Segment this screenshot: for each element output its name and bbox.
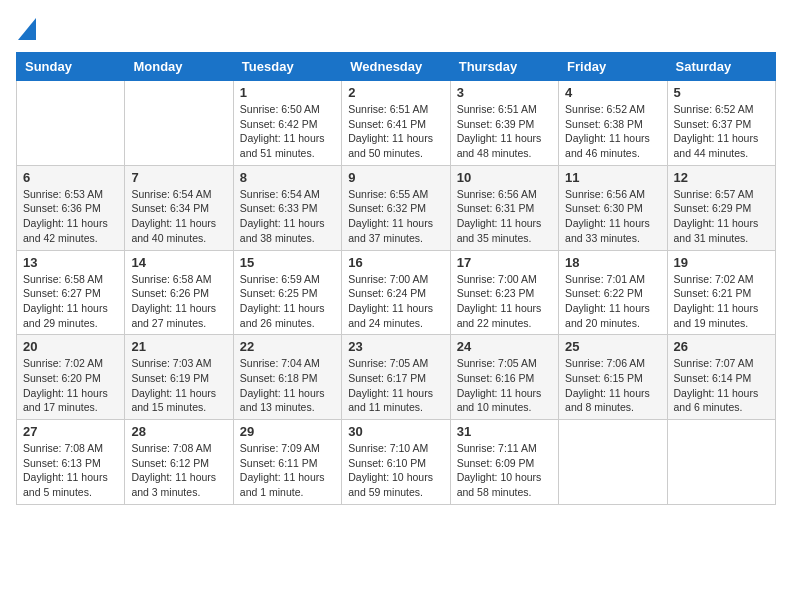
day-number: 16 <box>348 255 443 270</box>
day-info: Sunrise: 6:55 AMSunset: 6:32 PMDaylight:… <box>348 187 443 246</box>
day-info: Sunrise: 6:51 AMSunset: 6:39 PMDaylight:… <box>457 102 552 161</box>
day-number: 17 <box>457 255 552 270</box>
calendar-cell <box>125 81 233 166</box>
calendar-cell: 11 Sunrise: 6:56 AMSunset: 6:30 PMDaylig… <box>559 165 667 250</box>
day-info: Sunrise: 6:57 AMSunset: 6:29 PMDaylight:… <box>674 187 769 246</box>
svg-marker-0 <box>18 18 36 40</box>
calendar-cell: 26 Sunrise: 7:07 AMSunset: 6:14 PMDaylig… <box>667 335 775 420</box>
day-info: Sunrise: 6:56 AMSunset: 6:30 PMDaylight:… <box>565 187 660 246</box>
day-info: Sunrise: 7:07 AMSunset: 6:14 PMDaylight:… <box>674 356 769 415</box>
calendar-header-cell: Tuesday <box>233 53 341 81</box>
calendar-cell: 10 Sunrise: 6:56 AMSunset: 6:31 PMDaylig… <box>450 165 558 250</box>
day-info: Sunrise: 7:11 AMSunset: 6:09 PMDaylight:… <box>457 441 552 500</box>
day-info: Sunrise: 7:02 AMSunset: 6:20 PMDaylight:… <box>23 356 118 415</box>
day-info: Sunrise: 6:50 AMSunset: 6:42 PMDaylight:… <box>240 102 335 161</box>
day-number: 19 <box>674 255 769 270</box>
day-info: Sunrise: 6:54 AMSunset: 6:33 PMDaylight:… <box>240 187 335 246</box>
day-number: 23 <box>348 339 443 354</box>
day-number: 12 <box>674 170 769 185</box>
calendar-week-row: 27 Sunrise: 7:08 AMSunset: 6:13 PMDaylig… <box>17 420 776 505</box>
calendar-cell: 30 Sunrise: 7:10 AMSunset: 6:10 PMDaylig… <box>342 420 450 505</box>
calendar-cell: 17 Sunrise: 7:00 AMSunset: 6:23 PMDaylig… <box>450 250 558 335</box>
calendar-cell: 6 Sunrise: 6:53 AMSunset: 6:36 PMDayligh… <box>17 165 125 250</box>
calendar-cell: 1 Sunrise: 6:50 AMSunset: 6:42 PMDayligh… <box>233 81 341 166</box>
day-number: 11 <box>565 170 660 185</box>
calendar-cell: 14 Sunrise: 6:58 AMSunset: 6:26 PMDaylig… <box>125 250 233 335</box>
day-number: 2 <box>348 85 443 100</box>
calendar-week-row: 13 Sunrise: 6:58 AMSunset: 6:27 PMDaylig… <box>17 250 776 335</box>
day-number: 13 <box>23 255 118 270</box>
day-number: 26 <box>674 339 769 354</box>
calendar-cell <box>17 81 125 166</box>
day-info: Sunrise: 6:54 AMSunset: 6:34 PMDaylight:… <box>131 187 226 246</box>
day-info: Sunrise: 6:56 AMSunset: 6:31 PMDaylight:… <box>457 187 552 246</box>
page-header <box>16 16 776 40</box>
calendar-cell: 18 Sunrise: 7:01 AMSunset: 6:22 PMDaylig… <box>559 250 667 335</box>
day-info: Sunrise: 6:53 AMSunset: 6:36 PMDaylight:… <box>23 187 118 246</box>
day-info: Sunrise: 6:58 AMSunset: 6:26 PMDaylight:… <box>131 272 226 331</box>
calendar-cell: 29 Sunrise: 7:09 AMSunset: 6:11 PMDaylig… <box>233 420 341 505</box>
calendar-cell: 8 Sunrise: 6:54 AMSunset: 6:33 PMDayligh… <box>233 165 341 250</box>
day-info: Sunrise: 7:09 AMSunset: 6:11 PMDaylight:… <box>240 441 335 500</box>
day-number: 18 <box>565 255 660 270</box>
day-number: 30 <box>348 424 443 439</box>
calendar-header-cell: Monday <box>125 53 233 81</box>
day-info: Sunrise: 7:08 AMSunset: 6:12 PMDaylight:… <box>131 441 226 500</box>
calendar-cell: 25 Sunrise: 7:06 AMSunset: 6:15 PMDaylig… <box>559 335 667 420</box>
day-number: 3 <box>457 85 552 100</box>
calendar-week-row: 20 Sunrise: 7:02 AMSunset: 6:20 PMDaylig… <box>17 335 776 420</box>
day-info: Sunrise: 7:01 AMSunset: 6:22 PMDaylight:… <box>565 272 660 331</box>
logo-icon <box>18 18 36 40</box>
day-info: Sunrise: 6:51 AMSunset: 6:41 PMDaylight:… <box>348 102 443 161</box>
calendar-cell: 13 Sunrise: 6:58 AMSunset: 6:27 PMDaylig… <box>17 250 125 335</box>
day-number: 7 <box>131 170 226 185</box>
day-info: Sunrise: 7:00 AMSunset: 6:24 PMDaylight:… <box>348 272 443 331</box>
day-number: 5 <box>674 85 769 100</box>
calendar-cell: 9 Sunrise: 6:55 AMSunset: 6:32 PMDayligh… <box>342 165 450 250</box>
day-info: Sunrise: 7:05 AMSunset: 6:16 PMDaylight:… <box>457 356 552 415</box>
calendar-body: 1 Sunrise: 6:50 AMSunset: 6:42 PMDayligh… <box>17 81 776 505</box>
day-number: 31 <box>457 424 552 439</box>
calendar-cell: 27 Sunrise: 7:08 AMSunset: 6:13 PMDaylig… <box>17 420 125 505</box>
day-info: Sunrise: 6:59 AMSunset: 6:25 PMDaylight:… <box>240 272 335 331</box>
day-number: 14 <box>131 255 226 270</box>
day-info: Sunrise: 6:52 AMSunset: 6:38 PMDaylight:… <box>565 102 660 161</box>
calendar-cell: 5 Sunrise: 6:52 AMSunset: 6:37 PMDayligh… <box>667 81 775 166</box>
calendar-cell: 2 Sunrise: 6:51 AMSunset: 6:41 PMDayligh… <box>342 81 450 166</box>
calendar-cell: 19 Sunrise: 7:02 AMSunset: 6:21 PMDaylig… <box>667 250 775 335</box>
day-info: Sunrise: 6:52 AMSunset: 6:37 PMDaylight:… <box>674 102 769 161</box>
day-number: 15 <box>240 255 335 270</box>
day-info: Sunrise: 7:03 AMSunset: 6:19 PMDaylight:… <box>131 356 226 415</box>
calendar-cell: 31 Sunrise: 7:11 AMSunset: 6:09 PMDaylig… <box>450 420 558 505</box>
calendar-header-row: SundayMondayTuesdayWednesdayThursdayFrid… <box>17 53 776 81</box>
day-number: 27 <box>23 424 118 439</box>
calendar-cell: 15 Sunrise: 6:59 AMSunset: 6:25 PMDaylig… <box>233 250 341 335</box>
calendar-cell: 23 Sunrise: 7:05 AMSunset: 6:17 PMDaylig… <box>342 335 450 420</box>
day-number: 28 <box>131 424 226 439</box>
calendar-cell: 3 Sunrise: 6:51 AMSunset: 6:39 PMDayligh… <box>450 81 558 166</box>
logo <box>16 16 36 40</box>
calendar-week-row: 6 Sunrise: 6:53 AMSunset: 6:36 PMDayligh… <box>17 165 776 250</box>
day-number: 9 <box>348 170 443 185</box>
day-number: 6 <box>23 170 118 185</box>
day-number: 22 <box>240 339 335 354</box>
calendar-cell: 21 Sunrise: 7:03 AMSunset: 6:19 PMDaylig… <box>125 335 233 420</box>
calendar-cell: 22 Sunrise: 7:04 AMSunset: 6:18 PMDaylig… <box>233 335 341 420</box>
calendar-cell: 4 Sunrise: 6:52 AMSunset: 6:38 PMDayligh… <box>559 81 667 166</box>
day-number: 1 <box>240 85 335 100</box>
calendar-header-cell: Sunday <box>17 53 125 81</box>
day-info: Sunrise: 7:08 AMSunset: 6:13 PMDaylight:… <box>23 441 118 500</box>
calendar-table: SundayMondayTuesdayWednesdayThursdayFrid… <box>16 52 776 505</box>
day-info: Sunrise: 7:00 AMSunset: 6:23 PMDaylight:… <box>457 272 552 331</box>
calendar-header-cell: Thursday <box>450 53 558 81</box>
day-number: 4 <box>565 85 660 100</box>
day-info: Sunrise: 7:02 AMSunset: 6:21 PMDaylight:… <box>674 272 769 331</box>
calendar-cell: 12 Sunrise: 6:57 AMSunset: 6:29 PMDaylig… <box>667 165 775 250</box>
day-number: 24 <box>457 339 552 354</box>
day-number: 29 <box>240 424 335 439</box>
day-number: 10 <box>457 170 552 185</box>
day-info: Sunrise: 7:04 AMSunset: 6:18 PMDaylight:… <box>240 356 335 415</box>
day-info: Sunrise: 7:05 AMSunset: 6:17 PMDaylight:… <box>348 356 443 415</box>
day-number: 21 <box>131 339 226 354</box>
calendar-header-cell: Friday <box>559 53 667 81</box>
